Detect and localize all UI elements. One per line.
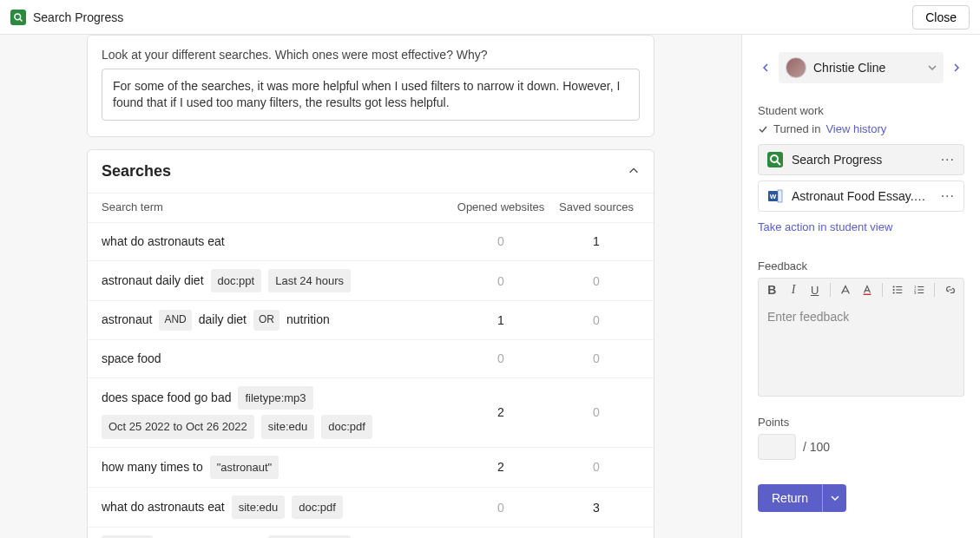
table-row[interactable]: does space food go badfiletype:mp3Oct 25… <box>88 378 654 448</box>
operator-chip: OR <box>253 310 280 331</box>
svg-point-9 <box>893 285 895 287</box>
table-row[interactable]: astronautANDdaily dietORnutrition10 <box>88 301 654 339</box>
col-saved-header: Saved sources <box>553 200 640 213</box>
number-list-button[interactable]: 123 <box>913 283 926 297</box>
table-row[interactable]: how many times to"astronaut"20 <box>88 448 654 488</box>
file-more-button[interactable]: ··· <box>941 188 955 204</box>
link-button[interactable] <box>944 283 957 297</box>
prev-student-button[interactable] <box>758 60 773 75</box>
search-term-cell: astronaut daily dietdoc:pptLast 24 hours <box>102 269 449 292</box>
svg-rect-20 <box>918 292 924 293</box>
term-text: astronaut daily diet <box>102 270 204 292</box>
saved-count: 3 <box>553 501 640 515</box>
search-term-cell: space food <box>102 348 449 370</box>
font-color-button[interactable] <box>861 283 874 297</box>
svg-rect-13 <box>897 289 903 290</box>
close-button[interactable]: Close <box>912 5 970 30</box>
opened-count: 0 <box>449 501 553 515</box>
filter-chip: Last 24 hours <box>268 269 351 292</box>
term-text: space food <box>102 348 161 370</box>
link-icon <box>944 284 957 296</box>
searches-table-body: what do astronauts eat01astronaut daily … <box>88 223 654 538</box>
filter-chip: Oct 25 2022 to Oct 26 2022 <box>102 415 254 438</box>
opened-count: 0 <box>449 351 553 365</box>
points-label: Points <box>758 416 964 429</box>
term-text: astronaut <box>102 309 152 331</box>
take-action-link[interactable]: Take action in student view <box>758 220 964 233</box>
filter-chip: doc:pdf <box>321 415 372 438</box>
term-text: does space food go bad <box>102 387 231 409</box>
table-row[interactable]: doc:pptastronaut daily dietLast 24 hours… <box>88 528 654 538</box>
italic-button[interactable]: I <box>787 283 800 297</box>
feedback-label: Feedback <box>758 259 964 272</box>
font-color-icon <box>861 284 873 296</box>
turned-in-label: Turned in <box>773 122 820 135</box>
underline-button[interactable]: U <box>808 283 821 297</box>
feedback-toolbar: B I U 123 <box>758 278 964 301</box>
main-column[interactable]: Look at your different searches. Which o… <box>0 35 742 538</box>
student-nav: Christie Cline <box>758 52 964 83</box>
searches-title: Searches <box>102 162 171 180</box>
titlebar: Search Progress Close <box>0 0 980 35</box>
magnifier-icon <box>13 12 23 23</box>
filter-chip: site:edu <box>232 495 286 519</box>
table-row[interactable]: what do astronauts eat01 <box>88 223 654 261</box>
view-history-link[interactable]: View history <box>825 122 886 135</box>
toolbar-separator <box>830 283 831 297</box>
feedback-textarea[interactable]: Enter feedback <box>758 301 964 397</box>
saved-count: 0 <box>553 460 640 474</box>
chevron-left-icon <box>761 63 770 72</box>
number-list-icon: 123 <box>913 284 925 296</box>
student-name: Christie Cline <box>813 61 921 75</box>
term-text: how many times to <box>102 456 203 478</box>
sidebar: Christie Cline Student work Turned in Vi… <box>742 35 980 538</box>
search-term-cell: how many times to"astronaut" <box>102 456 449 479</box>
filter-chip: doc:pdf <box>292 495 343 519</box>
table-row[interactable]: space food00 <box>88 340 654 378</box>
svg-text:W: W <box>770 193 777 200</box>
col-opened-header: Opened websites <box>449 200 553 213</box>
turned-in-row: Turned in View history <box>758 122 964 135</box>
search-term-cell: what do astronauts eatsite:edudoc:pdf <box>102 495 449 519</box>
chevron-down-icon <box>831 494 839 502</box>
opened-count: 2 <box>449 460 553 474</box>
saved-count: 1 <box>553 234 640 248</box>
file-more-button[interactable]: ··· <box>941 152 955 167</box>
bold-button[interactable]: B <box>766 283 779 297</box>
toolbar-separator <box>934 283 935 297</box>
filter-chip: doc:ppt <box>211 269 262 292</box>
feedback-section: Feedback B I U 123 <box>758 259 964 397</box>
svg-point-0 <box>15 13 21 19</box>
file-list: Search Progress···WAstronaut Food Essay.… <box>758 144 964 217</box>
svg-point-11 <box>893 292 895 293</box>
searches-header[interactable]: Searches <box>88 150 654 193</box>
student-work-heading: Student work <box>758 104 964 117</box>
next-student-button[interactable] <box>949 60 964 75</box>
search-term-cell: does space food go badfiletype:mp3Oct 25… <box>102 386 449 439</box>
return-dropdown-button[interactable] <box>822 484 846 512</box>
table-row[interactable]: astronaut daily dietdoc:pptLast 24 hours… <box>88 261 654 301</box>
bullet-list-icon <box>891 284 904 296</box>
chevron-right-icon <box>952 63 961 72</box>
highlight-button[interactable] <box>839 283 852 297</box>
file-row[interactable]: Search Progress··· <box>758 144 964 175</box>
bullet-list-button[interactable] <box>891 283 904 297</box>
return-button[interactable]: Return <box>758 484 822 512</box>
check-icon <box>758 124 768 134</box>
saved-count: 0 <box>553 351 640 365</box>
svg-point-10 <box>893 289 895 291</box>
file-row[interactable]: WAstronaut Food Essay.docx··· <box>758 180 964 212</box>
searches-table-header: Search term Opened websites Saved source… <box>88 193 654 223</box>
points-section: Points / 100 <box>758 416 964 460</box>
points-input[interactable] <box>758 434 796 460</box>
reflection-response: For some of the searches, it was more he… <box>102 69 640 121</box>
highlight-icon <box>839 284 852 296</box>
layout: Look at your different searches. Which o… <box>0 35 980 538</box>
svg-rect-14 <box>897 292 903 293</box>
opened-count: 2 <box>449 405 553 419</box>
toolbar-separator <box>882 283 883 297</box>
table-row[interactable]: what do astronauts eatsite:edudoc:pdf03 <box>88 488 654 528</box>
student-selector[interactable]: Christie Cline <box>779 52 944 83</box>
search-term-cell: what do astronauts eat <box>102 231 449 253</box>
points-max: / 100 <box>803 440 830 454</box>
